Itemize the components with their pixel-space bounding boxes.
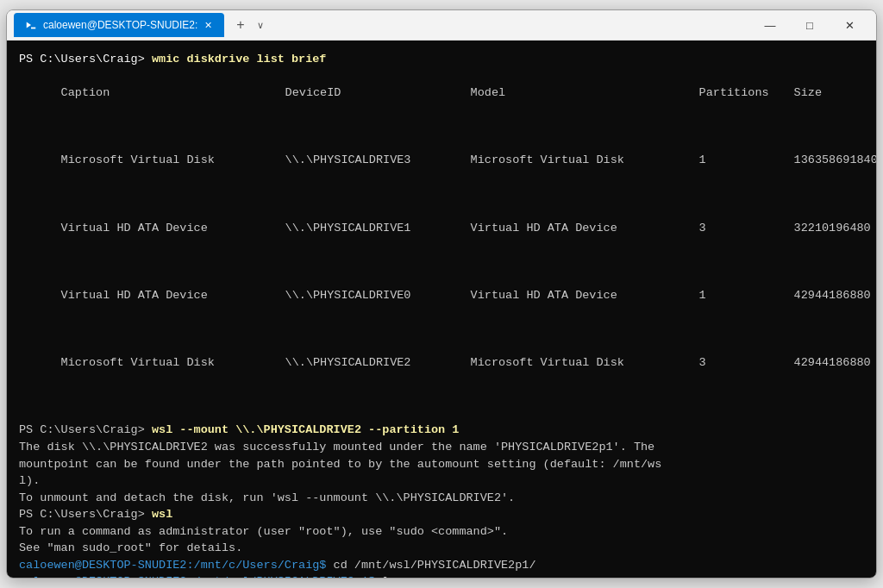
row3-model: Microsoft Virtual Disk	[471, 354, 699, 372]
wsl-prompt: PS C:\Users\Craig>	[19, 423, 152, 436]
close-button[interactable]: ✕	[830, 10, 869, 41]
row1-deviceid: \\.\PHYSICALDRIVE1	[285, 220, 471, 237]
row1-model: Virtual HD ATA Device	[471, 220, 699, 237]
tab-label: caloewen@DESKTOP-SNUDIE2:	[43, 19, 197, 31]
table-row-1: Virtual HD ATA Device\\.\PHYSICALDRIVE1V…	[19, 203, 864, 253]
row3-deviceid: \\.\PHYSICALDRIVE2	[285, 354, 471, 372]
tab-close-button[interactable]: ✕	[203, 19, 214, 32]
header-partitions: Partitions	[699, 84, 794, 102]
wsl-out6: See "man sudo_root" for details.	[19, 540, 864, 557]
bash-prompt1: caloewen@DESKTOP-SNUDIE2:/mnt/c/Users/Cr…	[19, 559, 326, 572]
header-model: Model	[471, 84, 699, 102]
bash-prompt1-line: caloewen@DESKTOP-SNUDIE2:/mnt/c/Users/Cr…	[19, 557, 864, 574]
terminal-window: caloewen@DESKTOP-SNUDIE2: ✕ + ∨ — □ ✕ PS…	[6, 9, 877, 579]
row2-size: 42944186880	[794, 289, 871, 302]
blank-line-3	[19, 253, 864, 271]
maximize-button[interactable]: □	[790, 10, 830, 41]
wmic-command: wmic diskdrive list brief	[152, 53, 327, 66]
titlebar-spacer: + ∨	[224, 17, 750, 33]
wmic-command-line: PS C:\Users\Craig> wmic diskdrive list b…	[19, 51, 864, 68]
row2-deviceid: \\.\PHYSICALDRIVE0	[285, 287, 471, 304]
wsl-cmd: wsl --mount \\.\PHYSICALDRIVE2 --partiti…	[152, 423, 459, 436]
titlebar: caloewen@DESKTOP-SNUDIE2: ✕ + ∨ — □ ✕	[7, 10, 876, 41]
row1-caption: Virtual HD ATA Device	[61, 220, 285, 237]
wsl-out5: To run a command as administrator (user …	[19, 523, 864, 541]
table-row-0: Microsoft Virtual Disk\\.\PHYSICALDRIVE3…	[19, 135, 864, 186]
table-row-2: Virtual HD ATA Device\\.\PHYSICALDRIVE0V…	[19, 270, 864, 321]
wsl-out4: To unmount and detach the disk, run 'wsl…	[19, 490, 864, 507]
row2-partitions: 1	[699, 287, 794, 304]
svg-marker-0	[27, 22, 31, 28]
window-controls: — □ ✕	[750, 10, 869, 41]
minimize-button[interactable]: —	[750, 10, 790, 41]
row0-size: 136358691840	[794, 153, 876, 166]
row0-deviceid: \\.\PHYSICALDRIVE3	[285, 152, 471, 169]
wsl-out3: l).	[19, 472, 864, 490]
table-header: CaptionDeviceIDModelPartitionsSize	[19, 68, 864, 119]
terminal-icon	[24, 18, 38, 32]
dropdown-button[interactable]: ∨	[254, 20, 267, 31]
blank-line-2	[19, 186, 864, 203]
blank-line-1	[19, 118, 864, 135]
wsl-cmd2-line: PS C:\Users\Craig> wsl	[19, 506, 864, 523]
svg-rect-1	[31, 28, 35, 29]
blank-line-6	[19, 405, 864, 422]
active-tab[interactable]: caloewen@DESKTOP-SNUDIE2: ✕	[14, 13, 224, 37]
row3-size: 42944186880	[794, 356, 871, 369]
wsl-mount-line: PS C:\Users\Craig> wsl --mount \\.\PHYSI…	[19, 422, 864, 439]
row2-caption: Virtual HD ATA Device	[61, 287, 285, 304]
table-row-3: Microsoft Virtual Disk\\.\PHYSICALDRIVE2…	[19, 338, 864, 389]
row3-caption: Microsoft Virtual Disk	[61, 354, 285, 372]
bash-cmd1: cd /mnt/wsl/PHYSICALDRIVE2p1/	[326, 559, 535, 572]
blank-line-5	[19, 388, 864, 405]
row0-model: Microsoft Virtual Disk	[471, 152, 699, 169]
header-size: Size	[794, 86, 822, 99]
row0-caption: Microsoft Virtual Disk	[61, 152, 285, 169]
new-tab-button[interactable]: +	[231, 17, 249, 33]
wsl-out1: The disk \\.\PHYSICALDRIVE2 was successf…	[19, 439, 864, 456]
row0-partitions: 1	[699, 152, 794, 169]
bash-prompt2-line: caloewen@DESKTOP-SNUDIE2:/mnt/wsl/PHYSIC…	[19, 573, 864, 578]
header-deviceid: DeviceID	[285, 84, 471, 102]
wsl-out2: mountpoint can be found under the path p…	[19, 456, 864, 473]
blank-line-4	[19, 321, 864, 338]
header-caption: Caption	[61, 84, 285, 102]
terminal-content[interactable]: PS C:\Users\Craig> wmic diskdrive list b…	[7, 41, 876, 578]
row2-model: Virtual HD ATA Device	[471, 287, 699, 304]
bash-prompt2: caloewen@DESKTOP-SNUDIE2:/mnt/wsl/PHYSIC…	[19, 575, 375, 578]
row3-partitions: 3	[699, 354, 794, 372]
bash-cmd2: ls	[375, 575, 396, 578]
row1-size: 32210196480	[794, 222, 871, 235]
row1-partitions: 3	[699, 220, 794, 237]
